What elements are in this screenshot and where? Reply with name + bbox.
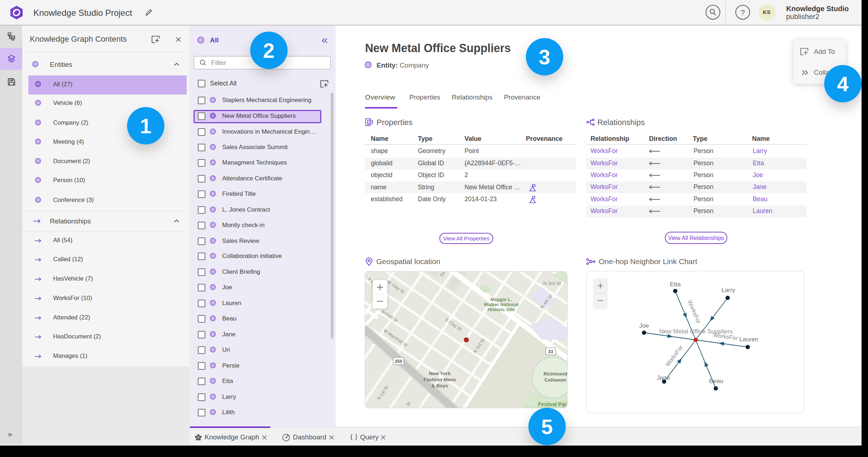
svg-text:33: 33 [548, 349, 553, 354]
svg-text:Walker National: Walker National [484, 302, 518, 307]
svg-text:& Boys: & Boys [431, 383, 448, 388]
svg-text:Coliseum: Coliseum [545, 377, 566, 383]
svg-text:New York: New York [429, 371, 451, 376]
svg-text:WorksFor: WorksFor [664, 344, 684, 368]
svg-text:N 3rd St: N 3rd St [543, 281, 561, 286]
svg-text:Richmond: Richmond [543, 371, 567, 377]
svg-text:Lauren: Lauren [739, 336, 759, 343]
svg-text:?: ? [741, 8, 745, 17]
svg-text:Beau: Beau [709, 378, 723, 384]
svg-text:Larry: Larry [722, 287, 736, 294]
svg-text:Fashion Mens: Fashion Mens [424, 377, 456, 382]
svg-text:Maggie L.: Maggie L. [490, 297, 512, 302]
svg-text:Historic Site: Historic Site [487, 307, 515, 312]
svg-text:WorksFor: WorksFor [713, 332, 738, 341]
svg-text:Joe: Joe [639, 322, 649, 329]
svg-text:Jane: Jane [657, 374, 670, 381]
svg-text:WorksFor: WorksFor [687, 299, 702, 325]
svg-text:Etta: Etta [670, 281, 681, 288]
svg-text:250: 250 [395, 359, 402, 364]
